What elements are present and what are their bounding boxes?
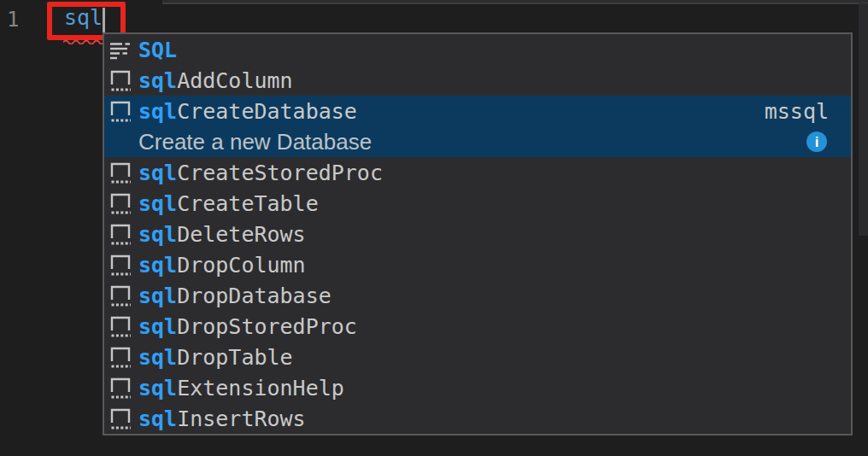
suggestion-label: sqlDropDatabase (138, 285, 331, 307)
snippet-icon (109, 191, 132, 215)
suggestion-label: sqlDropTable (138, 347, 293, 368)
suggestion-label: sqlInsertRows (138, 408, 306, 430)
suggestion-label: sqlExtensionHelp (138, 377, 344, 399)
info-icon[interactable]: i (806, 132, 827, 152)
suggestion-item-sqldroptable[interactable]: sqlDropTable (104, 342, 851, 372)
code-editor[interactable]: 1 sql SQLsqlAddColumnsqlCreateDatabasems… (0, 0, 868, 456)
suggestion-label: sqlCreateStoredProc (138, 162, 383, 184)
suggestion-label: sqlDropColumn (138, 254, 306, 276)
suggestion-item-sqlextensionhelp[interactable]: sqlExtensionHelp (104, 372, 851, 403)
suggestion-detail: mssql (765, 99, 851, 124)
suggestion-label: sqlDropStoredProc (138, 316, 357, 337)
suggestion-label: sqlDeleteRows (138, 224, 306, 245)
snippet-icon (109, 376, 132, 400)
suggest-widget: SQLsqlAddColumnsqlCreateDatabasemssqlCre… (103, 32, 853, 436)
suggestion-item-sql[interactable]: SQL (104, 34, 851, 65)
suggestion-description-row: Create a new Databasei (104, 126, 851, 157)
suggestion-label: sqlCreateDatabase (138, 101, 357, 122)
suggestion-item-sqladdcolumn[interactable]: sqlAddColumn (104, 65, 851, 96)
snippet-icon (109, 253, 132, 277)
suggestion-item-sqlcreatestoredproc[interactable]: sqlCreateStoredProc (104, 157, 851, 188)
snippet-icon (109, 314, 132, 338)
suggestion-item-sqlinsertrows[interactable]: sqlInsertRows (104, 403, 851, 434)
snippet-icon (109, 406, 132, 430)
snippet-icon (109, 99, 132, 123)
suggestion-item-sqlcreatedatabase[interactable]: sqlCreateDatabasemssql (104, 96, 851, 126)
suggestion-item-sqldeleterows[interactable]: sqlDeleteRows (104, 219, 851, 249)
snippet-icon (109, 68, 132, 92)
snippet-icon (109, 161, 132, 184)
suggestion-item-sqldropstoredproc[interactable]: sqlDropStoredProc (104, 311, 851, 342)
text-icon (109, 38, 132, 61)
snippet-icon (109, 345, 132, 369)
editor-scrollbar[interactable] (859, 3, 868, 236)
snippet-icon (109, 222, 132, 246)
suggestion-item-sqldropcolumn[interactable]: sqlDropColumn (104, 249, 851, 280)
suggestion-label: sqlCreateTable (138, 193, 319, 214)
suggestion-item-sqldropdatabase[interactable]: sqlDropDatabase (104, 280, 851, 311)
snippet-icon (109, 284, 132, 307)
suggestion-description: Create a new Database (138, 129, 372, 155)
suggestion-item-sqlcreatetable[interactable]: sqlCreateTable (104, 188, 851, 219)
editor-top-border (162, 0, 868, 4)
suggestion-label: SQL (138, 39, 177, 61)
suggestion-label: sqlAddColumn (138, 70, 293, 91)
line-number: 1 (7, 8, 19, 32)
